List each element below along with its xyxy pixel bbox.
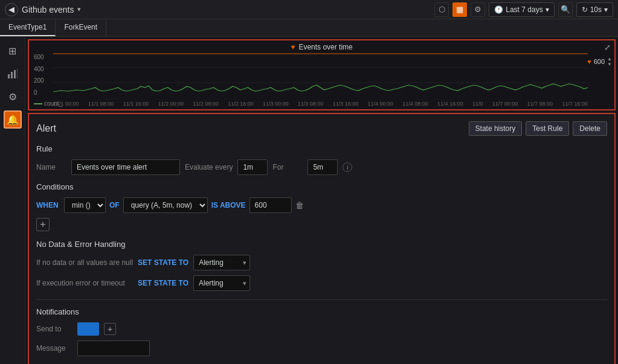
y-label-200: 200: [34, 77, 50, 84]
y-label-400: 400: [34, 66, 50, 72]
top-bar-right: ⬡ ▦ ⚙ 🕐 Last 7 days ▾ 🔍 ↻ 10s ▾: [434, 2, 613, 17]
add-notification-button[interactable]: +: [104, 323, 116, 335]
error-state-select-wrap: Alerting No Data Keep State: [193, 275, 250, 291]
alert-panel-title: Alert: [36, 123, 56, 134]
gear-button[interactable]: ⚙: [471, 2, 485, 17]
y-label-600: 600: [34, 54, 50, 60]
chart-header: ♥ Events over time ⤢: [31, 43, 612, 51]
y-label-0: 0: [34, 89, 50, 96]
message-input[interactable]: [77, 340, 150, 356]
top-bar: ◀ Github events ▾ ⬡ ▦ ⚙ 🕐 Last 7 days ▾ …: [0, 0, 618, 19]
content-area: ♥ Events over time ⤢ 600 400 200 0: [25, 37, 618, 364]
refresh-label: 10s: [590, 5, 602, 14]
chart-expand-icon[interactable]: ⤢: [604, 43, 611, 52]
legend-heart-icon: ♥: [587, 58, 591, 65]
time-range-button[interactable]: 🕐 Last 7 days ▾: [489, 2, 554, 17]
of-label: OF: [109, 201, 120, 209]
send-to-row: Send to +: [36, 322, 607, 336]
rule-name-row: Name Evaluate every For i: [36, 159, 607, 175]
tab-forkevent[interactable]: ForkEvent: [56, 19, 106, 36]
send-to-value: [77, 322, 99, 336]
rule-section-title: Rule: [36, 144, 607, 153]
page-title: Github events: [22, 5, 74, 14]
message-row: Message: [36, 340, 607, 356]
evaluate-input[interactable]: [237, 159, 268, 175]
sidebar-icon-gear[interactable]: ⚙: [4, 88, 22, 106]
time-range-label: Last 7 days: [506, 5, 542, 14]
refresh-button[interactable]: ↻ 10s ▾: [576, 2, 613, 17]
sidebar-icon-layers[interactable]: ⊞: [4, 42, 22, 60]
is-above-label: IS ABOVE: [211, 201, 246, 209]
evaluate-label: Evaluate every: [185, 163, 233, 171]
legend-arrows: ▲▼: [607, 56, 612, 67]
count-legend: count_: [34, 100, 62, 107]
when-label: WHEN: [36, 201, 60, 209]
query-select[interactable]: query (A, 5m, now): [123, 197, 208, 213]
delete-button[interactable]: Delete: [573, 121, 607, 136]
null-description: If no data or all values are null: [36, 258, 133, 267]
chart-canvas: [53, 53, 588, 97]
conditions-section-title: Conditions: [36, 182, 607, 191]
test-rule-button[interactable]: Test Rule: [526, 121, 569, 136]
chart-y-labels: 600 400 200 0: [31, 53, 53, 97]
svg-rect-2: [14, 70, 16, 78]
svg-rect-3: [17, 69, 18, 78]
error-set-state-label: SET STATE TO: [138, 279, 188, 287]
chart-right-legend: ♥ 600 ▲▼: [587, 56, 612, 67]
for-label: For: [272, 163, 303, 171]
notifications-section: Notifications Send to + Message: [36, 299, 607, 356]
condition-delete-icon[interactable]: 🗑: [295, 200, 304, 210]
top-bar-left: ◀ Github events ▾: [5, 3, 81, 16]
sidebar-icon-bell[interactable]: 🔔: [4, 110, 22, 129]
for-input[interactable]: [307, 159, 338, 175]
svg-rect-1: [11, 72, 13, 78]
send-to-label: Send to: [36, 325, 72, 333]
chart-heart-icon: ♥: [291, 43, 295, 51]
chart-svg: [53, 53, 588, 97]
alert-buttons: State history Test Rule Delete: [469, 121, 607, 136]
null-state-select-wrap: Alerting No Data Keep State: [193, 255, 250, 270]
no-data-section: No Data & Error Handling If no data or a…: [36, 240, 607, 291]
count-line: [34, 103, 42, 104]
refresh-arrow: ▾: [604, 5, 608, 14]
chart-container: ♥ Events over time ⤢ 600 400 200 0: [28, 39, 616, 110]
clock-icon: 🕐: [494, 5, 503, 14]
function-select[interactable]: min (): [64, 197, 106, 213]
error-row: If execution error or timeout SET STATE …: [36, 275, 607, 291]
chart-area: 600 400 200 0: [31, 53, 612, 107]
info-icon[interactable]: i: [343, 162, 352, 172]
refresh-icon: ↻: [582, 5, 588, 14]
dashboard-button[interactable]: ▦: [452, 2, 467, 17]
tabs-row: EventType1 ForkEvent: [0, 19, 618, 37]
state-history-button[interactable]: State history: [469, 121, 523, 136]
alert-panel-header: Alert State history Test Rule Delete: [36, 121, 607, 136]
no-data-section-title: No Data & Error Handling: [36, 240, 607, 249]
search-button[interactable]: 🔍: [558, 2, 573, 17]
threshold-input[interactable]: [249, 197, 292, 213]
rule-name-label: Name: [36, 163, 66, 171]
time-range-arrow: ▾: [546, 5, 549, 14]
chart-title: Events over time: [298, 43, 352, 51]
title-dropdown-arrow[interactable]: ▾: [77, 5, 81, 13]
error-description: If execution error or timeout: [36, 279, 133, 287]
legend-value: 600: [594, 58, 605, 65]
svg-rect-0: [8, 74, 10, 78]
sidebar-icon-chart[interactable]: [4, 65, 22, 83]
null-state-select[interactable]: Alerting No Data Keep State: [193, 255, 250, 270]
main-layout: ⊞ ⚙ 🔔 ♥ Events over time ⤢ 600 400: [0, 37, 618, 364]
message-label: Message: [36, 344, 72, 353]
share-button[interactable]: ⬡: [434, 2, 449, 17]
null-row: If no data or all values are null SET ST…: [36, 255, 607, 270]
notifications-section-title: Notifications: [36, 307, 607, 316]
back-button[interactable]: ◀: [5, 3, 18, 16]
chart-x-labels: 11/1 00:00 11/1 08:00 11/1 16:00 11/2 00…: [53, 101, 588, 107]
conditions-row: WHEN min () OF query (A, 5m, now) IS ABO…: [36, 197, 607, 213]
tab-eventtype1[interactable]: EventType1: [0, 19, 56, 36]
add-condition-button[interactable]: +: [36, 218, 50, 231]
null-set-state-label: SET STATE TO: [138, 258, 188, 267]
error-state-select[interactable]: Alerting No Data Keep State: [193, 275, 250, 291]
count-label-text: count_: [44, 100, 62, 107]
rule-name-input[interactable]: [71, 159, 180, 175]
alert-panel: Alert State history Test Rule Delete Rul…: [28, 113, 616, 364]
sidebar: ⊞ ⚙ 🔔: [0, 37, 25, 364]
